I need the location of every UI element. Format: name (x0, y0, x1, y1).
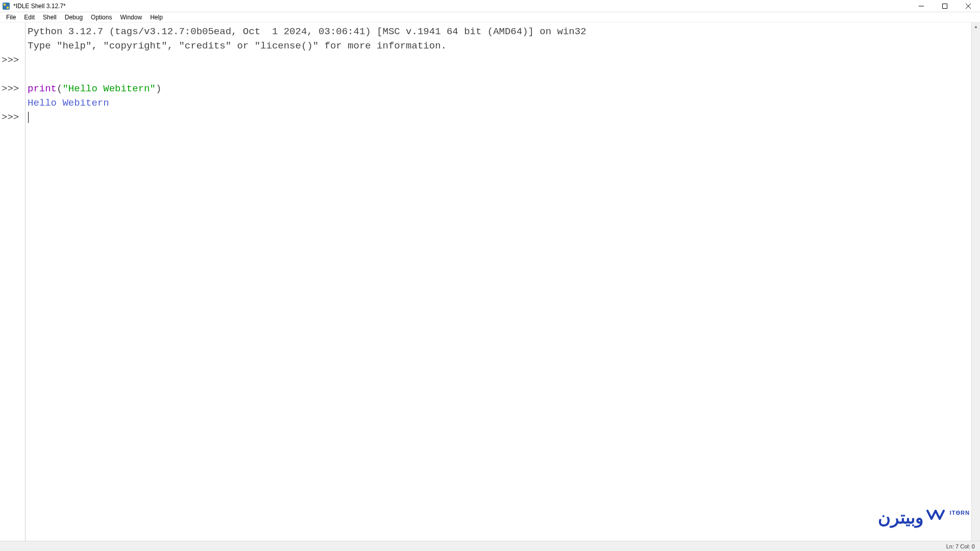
prompt: >>> (2, 55, 19, 66)
menu-debug[interactable]: Debug (61, 13, 87, 22)
prompt: >>> (2, 83, 19, 94)
shell-area: >>> >>> >>> Python 3.12.7 (tags/v3.12.7:… (0, 22, 980, 541)
watermark-english: ITΘRN (950, 510, 970, 516)
menu-file[interactable]: File (2, 13, 20, 22)
python-idle-icon (2, 2, 10, 10)
menu-help[interactable]: Help (146, 13, 167, 22)
input-line: print("Hello Webitern") (28, 83, 161, 94)
token-builtin: print (28, 83, 57, 94)
token-quote: " (150, 83, 155, 94)
prompt: >>> (2, 112, 19, 123)
watermark-arabic: وبيترن (878, 507, 923, 528)
menu-edit[interactable]: Edit (20, 13, 39, 22)
token-paren: ) (156, 83, 161, 94)
minimize-button[interactable] (910, 0, 933, 12)
token-paren: ( (57, 83, 62, 94)
text-cursor-icon (28, 112, 29, 123)
svg-rect-1 (4, 4, 6, 6)
shell-text[interactable]: Python 3.12.7 (tags/v3.12.7:0b05ead, Oct… (26, 22, 980, 541)
menu-options[interactable]: Options (87, 13, 116, 22)
close-button[interactable] (957, 0, 980, 12)
prompt-column: >>> >>> >>> (0, 24, 26, 124)
current-input-line[interactable] (28, 112, 29, 123)
titlebar: *IDLE Shell 3.12.7* (0, 0, 980, 12)
watermark-logo: وبيترن ITΘRN (878, 507, 970, 528)
blank-line (28, 55, 33, 66)
svg-rect-0 (3, 3, 10, 10)
svg-rect-4 (943, 4, 947, 8)
menubar: File Edit Shell Debug Options Window Hel… (0, 12, 980, 22)
banner-line-1: Python 3.12.7 (tags/v3.12.7:0b05ead, Oct… (28, 26, 586, 37)
blank-line (28, 69, 33, 80)
prompt-gutter: >>> >>> >>> (0, 22, 26, 541)
statusbar: Ln: 7 Col: 0 (0, 541, 980, 551)
vertical-scrollbar[interactable]: ▲ (971, 22, 980, 541)
output-line: Hello Webitern (28, 97, 109, 109)
menu-window[interactable]: Window (116, 13, 146, 22)
watermark-glyph-icon (926, 507, 947, 528)
maximize-button[interactable] (933, 0, 957, 12)
svg-rect-2 (7, 7, 9, 9)
token-string: Hello Webitern (68, 83, 150, 94)
status-position: Ln: 7 Col: 0 (946, 543, 975, 549)
menu-shell[interactable]: Shell (39, 13, 61, 22)
scroll-up-icon[interactable]: ▲ (972, 22, 980, 31)
banner-line-2: Type "help", "copyright", "credits" or "… (28, 40, 447, 52)
token-quote: " (62, 83, 68, 94)
window-title: *IDLE Shell 3.12.7* (13, 3, 66, 10)
